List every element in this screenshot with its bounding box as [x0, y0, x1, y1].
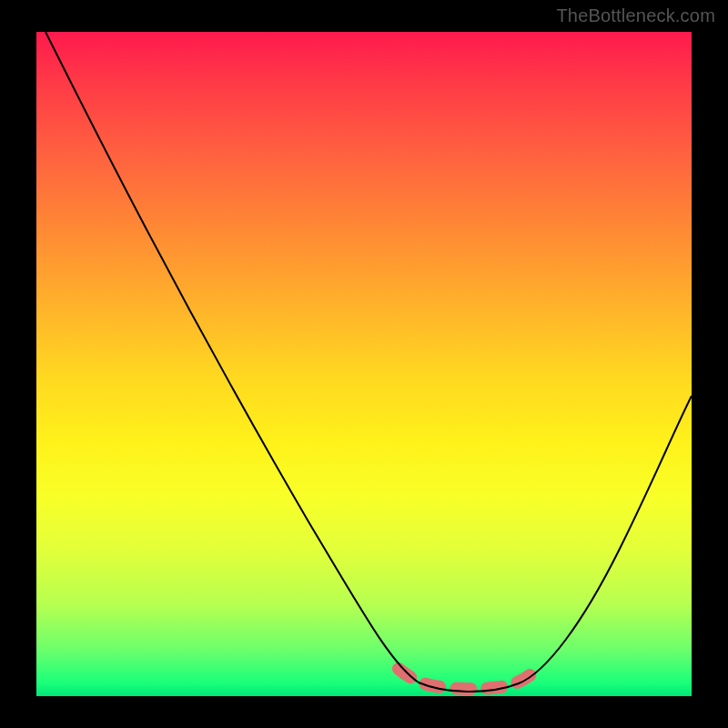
bottleneck-curve — [46, 32, 692, 692]
chart-frame: TheBottleneck.com — [0, 0, 728, 728]
curve-layer — [36, 32, 692, 696]
watermark-text: TheBottleneck.com — [556, 5, 715, 26]
plot-area — [36, 32, 692, 696]
